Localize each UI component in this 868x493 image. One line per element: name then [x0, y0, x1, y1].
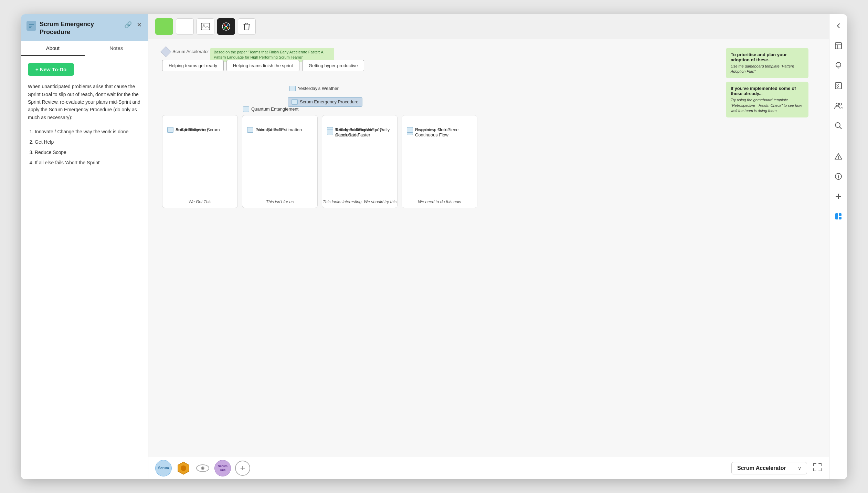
- svg-rect-1: [29, 26, 32, 27]
- checklist-button[interactable]: [832, 80, 845, 92]
- diamond-icon: [160, 46, 171, 57]
- lightbulb-button[interactable]: [832, 60, 845, 72]
- quadrant-interesting: T-Shaped People Ready Backlog Good House…: [322, 115, 398, 208]
- sidebar-content: + New To-Do When unanticipated problems …: [21, 56, 148, 479]
- info-box-title-1: To prioritise and plan your adoption of …: [731, 52, 804, 62]
- svg-point-10: [225, 25, 227, 27]
- point-estimation-item[interactable]: Point-Based Estimation: [247, 127, 302, 133]
- map-view-button[interactable]: [832, 40, 845, 52]
- svg-point-19: [839, 103, 841, 105]
- image-button[interactable]: [197, 18, 214, 35]
- template-button[interactable]: [832, 210, 845, 223]
- delete-button[interactable]: [238, 18, 256, 35]
- tab-notes[interactable]: Notes: [85, 41, 148, 56]
- quantum-entanglement-label: Quantum Entanglement: [251, 106, 298, 112]
- info-button[interactable]: [832, 170, 845, 183]
- pattern-icon-quantum: [243, 106, 249, 112]
- teams-finish-early-item[interactable]: Teams that Finish Early Accelerate Faste…: [327, 127, 397, 137]
- teams-finish-early-label: Teams that Finish Early Accelerate Faste…: [335, 127, 397, 137]
- in-sprint-testing-label: In-Sprint Testing: [176, 127, 208, 132]
- info-box-sub-1: Use the gameboard template "Pattern Adop…: [731, 64, 804, 74]
- svg-rect-24: [839, 217, 841, 219]
- bottom-icons: Scrum: [155, 460, 250, 476]
- sidebar-title: Scrum Emergency Procedure: [40, 20, 124, 37]
- scrum-emergency-node[interactable]: Scrum Emergency Procedure: [288, 97, 362, 107]
- svg-point-12: [181, 465, 186, 471]
- category-buttons: Helping teams get ready Helping teams fi…: [162, 60, 364, 71]
- scrum-emergency-label: Scrum Emergency Procedure: [300, 99, 359, 104]
- happiness-metric-item[interactable]: Happiness Metric: [407, 127, 449, 133]
- main-content: Scrum Accelerator Based on the paper "Te…: [148, 14, 829, 479]
- list-item: Innovate / Change the way the work is do…: [35, 127, 141, 136]
- tab-about[interactable]: About: [21, 41, 85, 56]
- svg-rect-2: [29, 27, 31, 28]
- svg-point-7: [227, 24, 229, 26]
- info-boxes: To prioritise and plan your adoption of …: [726, 48, 808, 121]
- yesterdays-weather-node[interactable]: Yesterday's Weather: [289, 86, 339, 91]
- svg-rect-0: [29, 24, 34, 25]
- q1-label: We Got This: [162, 199, 237, 205]
- quantum-entanglement-node[interactable]: Quantum Entanglement: [243, 106, 298, 112]
- category-get-ready[interactable]: Helping teams get ready: [162, 60, 224, 71]
- category-finish-sprint[interactable]: Helping teams finish the sprint: [226, 60, 299, 71]
- scrum-acc-icon[interactable]: ScrumAcc: [214, 460, 231, 476]
- category-hyper-productive[interactable]: Getting hyper-productive: [302, 60, 364, 71]
- left-sidebar: Scrum Emergency Procedure 🔗 ✕ About Note…: [21, 14, 148, 479]
- new-todo-button[interactable]: + New To-Do: [28, 63, 74, 76]
- bottom-bar: Scrum: [148, 457, 829, 479]
- sidebar-description: When unanticipated problems arise that c…: [28, 83, 141, 121]
- info-box-title-2: If you've implemented some of these alre…: [731, 86, 804, 96]
- sidebar-title-area: Scrum Emergency Procedure: [27, 20, 124, 37]
- quadrant-do-now: Swarming: One-Piece Continuous Flow Happ…: [402, 115, 477, 208]
- eye-icon[interactable]: [195, 461, 210, 476]
- list-item: If all else fails 'Abort the Sprint': [35, 158, 141, 167]
- svg-point-18: [836, 103, 839, 106]
- q4-label: We need to do this now: [402, 199, 477, 205]
- canvas-area[interactable]: Scrum Accelerator Based on the paper "Te…: [148, 39, 829, 457]
- svg-point-6: [224, 24, 226, 26]
- list-item: Get Help: [35, 137, 141, 147]
- sidebar-header: Scrum Emergency Procedure 🔗 ✕: [21, 14, 148, 41]
- yesterdays-weather-label: Yesterday's Weather: [298, 86, 339, 91]
- canvas-inner: Scrum Accelerator Based on the paper "Te…: [155, 46, 822, 356]
- svg-point-9: [227, 27, 229, 29]
- svg-rect-17: [835, 83, 841, 89]
- add-button[interactable]: [832, 190, 845, 203]
- svg-point-15: [202, 467, 204, 469]
- scrum-accelerator-dropdown[interactable]: Scrum Accelerator ∨: [731, 462, 807, 474]
- fullscreen-button[interactable]: [813, 462, 822, 474]
- sidebar-tabs: About Notes: [21, 41, 148, 56]
- chevron-down-icon: ∨: [798, 465, 801, 471]
- pattern-icon: [247, 127, 253, 133]
- info-box-implemented: If you've implemented some of these alre…: [726, 82, 808, 117]
- pattern-icon: [289, 86, 296, 91]
- quadrant-not-for-us: Interrupt Buffer Point-Based Estimation …: [242, 115, 318, 208]
- color-green-button[interactable]: [155, 18, 173, 35]
- close-button[interactable]: ✕: [136, 20, 142, 29]
- palette-button[interactable]: [217, 18, 235, 35]
- sidebar-header-actions: 🔗 ✕: [124, 20, 142, 29]
- scrum-accelerator-node[interactable]: Scrum Accelerator: [162, 48, 209, 55]
- right-rail: [829, 14, 847, 479]
- svg-rect-22: [835, 213, 838, 219]
- color-white-button[interactable]: [176, 18, 194, 35]
- q3-label: This looks interesting. We should try th…: [322, 199, 397, 205]
- add-icon[interactable]: +: [235, 461, 250, 476]
- people-button[interactable]: [832, 100, 845, 112]
- sidebar-icon: [27, 21, 36, 31]
- quadrant-we-got-this: Scrumming the Scrum Stable Teams Small T…: [162, 115, 238, 208]
- list-item: Reduce Scope: [35, 147, 141, 157]
- search-button[interactable]: [832, 120, 845, 132]
- pattern-icon-highlight: [292, 99, 298, 105]
- collapse-panel-button[interactable]: [832, 20, 845, 32]
- scrum-accelerator-label: Scrum Accelerator: [172, 49, 209, 54]
- sidebar-list: Innovate / Change the way the work is do…: [28, 127, 141, 167]
- scrum-icon[interactable]: Scrum: [155, 460, 172, 476]
- link-button[interactable]: 🔗: [124, 20, 133, 29]
- pattern-icon: [327, 130, 333, 135]
- in-sprint-testing-item[interactable]: In-Sprint Testing: [167, 127, 208, 133]
- warning-button[interactable]: [832, 150, 845, 163]
- paper-ref-text: Based on the paper "Teams that Finish Ea…: [214, 50, 323, 59]
- hex-orange-icon[interactable]: [176, 461, 191, 476]
- toolbar: [148, 14, 829, 39]
